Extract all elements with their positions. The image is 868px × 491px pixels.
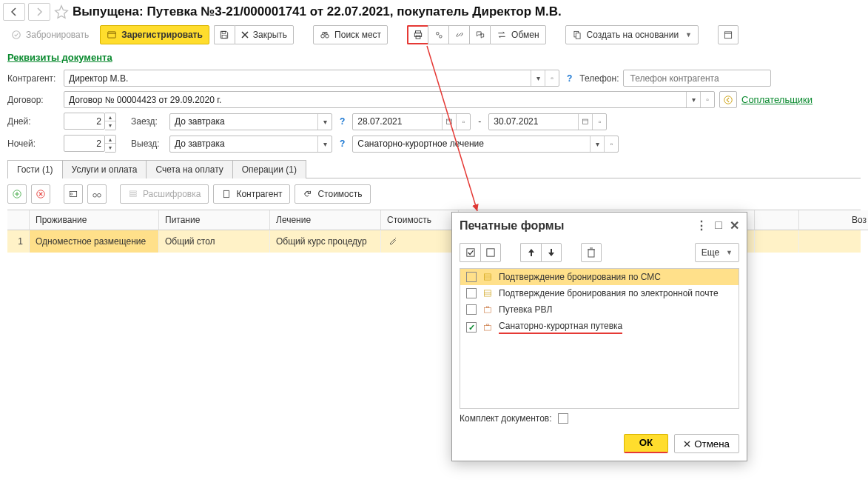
- card-view-button[interactable]: [64, 184, 83, 204]
- link-button[interactable]: [448, 25, 469, 44]
- delete-button[interactable]: [581, 243, 602, 262]
- doc-properties-link[interactable]: Реквизиты документа: [7, 52, 112, 63]
- chat-button[interactable]: [469, 25, 490, 44]
- spin-down[interactable]: ▼: [105, 144, 115, 152]
- grid-icon: [482, 272, 493, 282]
- checkbox[interactable]: [466, 288, 477, 298]
- list-item[interactable]: Подтверждение бронирования по СМС: [460, 269, 739, 285]
- decode-button[interactable]: Расшифровка: [120, 184, 209, 204]
- book-button[interactable]: Забронировать: [4, 25, 95, 44]
- find-button[interactable]: [87, 184, 107, 204]
- contragent-dropdown-btn[interactable]: ▾: [531, 70, 545, 86]
- move-up-button[interactable]: [520, 243, 541, 262]
- svg-point-26: [98, 193, 101, 197]
- checkbox[interactable]: [466, 304, 477, 315]
- tab-services[interactable]: Услуги и оплата: [62, 160, 147, 178]
- svg-point-0: [13, 31, 21, 39]
- print-button[interactable]: [407, 25, 428, 44]
- checkin-label: Заезд:: [131, 116, 165, 127]
- spin-up[interactable]: ▲: [105, 136, 115, 144]
- date-to-cal[interactable]: [578, 114, 592, 130]
- check-all-button[interactable]: [460, 243, 480, 262]
- ok-button[interactable]: ОК: [624, 434, 669, 453]
- checkout-dropdown[interactable]: ▾: [317, 136, 332, 152]
- checkin-input[interactable]: До завтрака ▾: [169, 113, 332, 130]
- calendar-icon: [582, 118, 589, 125]
- docset-checkbox[interactable]: [558, 413, 568, 424]
- help-icon[interactable]: ?: [337, 116, 348, 127]
- save-button[interactable]: [214, 25, 235, 44]
- phone-field[interactable]: [628, 73, 766, 84]
- nav-back-button[interactable]: [3, 3, 25, 21]
- date-from-input[interactable]: 28.07.2021 ▫: [352, 113, 471, 130]
- cancel-button[interactable]: Отмена: [674, 434, 739, 453]
- settings-button[interactable]: [428, 25, 448, 44]
- move-down-button[interactable]: [541, 243, 562, 262]
- page-title: Выпущена: Путевка №3-21/000001741 от 22.…: [73, 4, 562, 19]
- more-button[interactable]: Еще▼: [695, 243, 739, 262]
- date-from-cal[interactable]: [442, 114, 456, 130]
- price-button[interactable]: Стоимость: [295, 184, 370, 204]
- copayers-link[interactable]: Соплательщики: [741, 94, 813, 105]
- create-based-button[interactable]: Создать на основании ▼: [565, 25, 699, 44]
- days-spinner[interactable]: 2 ▲▼: [64, 113, 116, 130]
- close-button[interactable]: Закрыть: [235, 25, 294, 44]
- cell-living[interactable]: Одноместное размещение: [30, 230, 159, 253]
- register-button[interactable]: Зарегистрировать: [100, 25, 209, 44]
- kebab-icon[interactable]: ⋮: [696, 218, 707, 233]
- contract-back-button[interactable]: [719, 91, 737, 108]
- date-from-open[interactable]: ▫: [456, 114, 470, 130]
- maximize-icon[interactable]: □: [715, 218, 722, 233]
- uncheck-all-button[interactable]: [480, 243, 501, 262]
- phone-input[interactable]: [623, 70, 771, 87]
- svg-rect-34: [588, 250, 594, 257]
- add-button[interactable]: [7, 184, 27, 204]
- checkin-dropdown[interactable]: ▾: [317, 114, 332, 130]
- contract-input[interactable]: Договор № 00004423 от 29.09.2020 г. ▾ ▫: [64, 91, 715, 108]
- help-icon[interactable]: ?: [564, 73, 575, 84]
- nav-forward-button[interactable]: [28, 3, 50, 21]
- list-item[interactable]: Путевка РВЛ: [460, 301, 739, 318]
- svg-rect-33: [487, 249, 494, 256]
- list-item[interactable]: Подтверждение бронирования по электронно…: [460, 285, 739, 301]
- spin-down[interactable]: ▼: [105, 121, 115, 130]
- dialog-title: Печатные формы: [460, 219, 564, 233]
- tab-ops[interactable]: Операции (1): [232, 160, 306, 178]
- checkout-input[interactable]: До завтрака ▾: [169, 136, 332, 153]
- help-icon[interactable]: ?: [337, 138, 348, 149]
- contract-open-btn[interactable]: ▫: [700, 92, 714, 107]
- date-to-open[interactable]: ▫: [592, 114, 606, 130]
- list-item[interactable]: ✓ Санаторно-курортная путевка: [460, 318, 739, 337]
- close-icon[interactable]: ✕: [730, 218, 739, 233]
- svg-point-5: [321, 34, 325, 38]
- calendar-button[interactable]: [718, 25, 739, 44]
- treatment-dropdown[interactable]: ▾: [590, 136, 604, 152]
- treatment-type-input[interactable]: Санаторно-курортное лечение ▾▫: [352, 136, 619, 153]
- arrow-left-circle-icon: [723, 95, 733, 105]
- nights-spinner[interactable]: 2 ▲▼: [64, 135, 116, 153]
- search-places-button[interactable]: Поиск мест: [313, 25, 388, 44]
- svg-rect-4: [222, 36, 226, 39]
- print-forms-list: Подтверждение бронирования по СМС Подтве…: [460, 268, 739, 409]
- tab-bills[interactable]: Счета на оплату: [146, 160, 232, 178]
- tab-guests[interactable]: Гости (1): [7, 160, 63, 178]
- spin-up[interactable]: ▲: [105, 113, 115, 121]
- exchange-button[interactable]: Обмен: [490, 25, 546, 44]
- date-to-input[interactable]: 30.07.2021 ▫: [488, 113, 607, 130]
- svg-rect-45: [484, 326, 491, 330]
- checkbox-checked[interactable]: ✓: [466, 322, 477, 333]
- contract-label: Договор:: [7, 95, 59, 105]
- rows-icon: [128, 189, 138, 199]
- contragent-open-btn[interactable]: ▫: [545, 70, 559, 86]
- remove-button[interactable]: [31, 184, 50, 204]
- cell-treatment: Общий курс процедур: [270, 230, 381, 253]
- contract-dropdown-btn[interactable]: ▾: [686, 92, 700, 107]
- plus-circle-icon: [12, 189, 22, 199]
- treatment-open[interactable]: ▫: [604, 136, 618, 152]
- contragent-label: Контрагент:: [7, 73, 59, 84]
- contragent-tb-button[interactable]: Контрагент: [213, 184, 290, 204]
- print-icon: [413, 30, 423, 40]
- favorite-star-icon[interactable]: [53, 4, 70, 20]
- checkbox[interactable]: [466, 272, 477, 282]
- contragent-input[interactable]: Директор М.В. ▾ ▫: [64, 70, 559, 87]
